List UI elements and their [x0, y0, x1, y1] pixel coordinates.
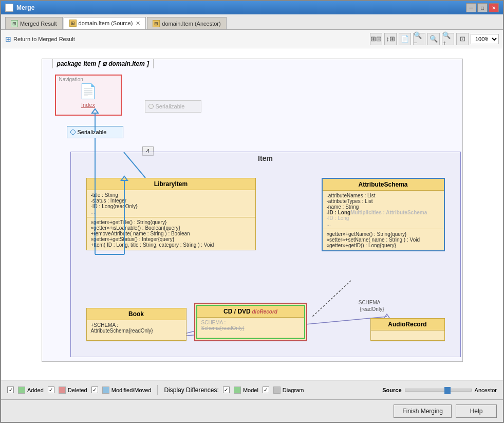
- cd-dvd-label: CD / DVD: [223, 308, 251, 315]
- package-keyword: package: [57, 60, 82, 67]
- model-legend: Model: [234, 387, 258, 394]
- attr-schema-methods: «getter»+getName() : String{query} «sett…: [323, 229, 444, 250]
- serializable-ghost-box: Serializable: [145, 100, 201, 113]
- footer-bar: Finish Merging Help: [1, 399, 503, 422]
- book-title: Book: [87, 308, 186, 320]
- audio-record-title: AudioRecord: [371, 319, 444, 330]
- book-schema: +SCHEMA : AttributeSchema{readOnly}: [91, 322, 182, 334]
- diagram-legend: Diagram: [273, 387, 304, 394]
- toolbar: ⊞ Return to Merged Result ⊞⊟ ↕⊞ 📄 🔍− 🔍 🔍…: [1, 30, 503, 48]
- attr-name: -name : String: [327, 204, 440, 210]
- return-label: Return to Merged Result: [13, 36, 75, 42]
- svg-line-8: [312, 281, 351, 317]
- source-ancestor-slider[interactable]: [405, 389, 472, 392]
- diagram-label: Diagram: [283, 387, 304, 393]
- return-to-merged-button[interactable]: ⊞ Return to Merged Result: [5, 35, 75, 43]
- toolbar-icon-2[interactable]: ↕⊞: [384, 33, 397, 45]
- added-color: [18, 387, 25, 394]
- attr-id: -ID : Long{readOnly}: [91, 204, 251, 209]
- legend-bar: ✓ Added ✓ Deleted ✓ Modified/Moved Displ…: [1, 380, 503, 399]
- readonly-label: {readOnly}: [360, 306, 384, 312]
- cd-inner-label: dioRecord: [251, 309, 277, 315]
- minimize-button[interactable]: ─: [466, 3, 476, 12]
- title-bar: ⊞ Merge ─ □ ✕: [1, 1, 503, 14]
- title-bar-controls: ─ □ ✕: [466, 3, 499, 12]
- tabs-bar: ⊞ Merged Result ⊞ domain.Item (Source) ✕…: [1, 14, 503, 30]
- attr-id2: -ID : Long: [327, 215, 440, 221]
- deleted-label: Deleted: [68, 387, 87, 393]
- zoom-select[interactable]: 100% 75% 50% 125% 150%: [471, 34, 499, 44]
- package-close: ]: [147, 60, 149, 67]
- item-container: Item: [70, 152, 461, 357]
- deleted-checkbox[interactable]: ✓: [48, 387, 54, 393]
- library-item-methods: «getter»+getTitle() : String{query} «get…: [87, 217, 255, 250]
- attr-schema-box: AttributeSchema -attributeNames : List -…: [322, 178, 445, 251]
- toolbar-right: ⊞⊟ ↕⊞ 📄 🔍− 🔍 🔍+ ⊡ 100% 75% 50% 125% 150%: [370, 33, 499, 45]
- zoom-reset-button[interactable]: 🔍: [427, 33, 440, 45]
- serializable-ghost-icon: [148, 104, 154, 109]
- package-icon: ⊞: [102, 61, 106, 67]
- diagram-area: package Item [ ⊞ domain.Item ] Navigatio…: [42, 59, 463, 362]
- help-button[interactable]: Help: [456, 404, 497, 418]
- tab-source-close[interactable]: ✕: [136, 20, 140, 27]
- tab-source-label: domain.Item (Source): [79, 20, 133, 26]
- item-title: Item: [71, 152, 460, 164]
- schema-label: -SCHEMA: [357, 300, 380, 305]
- close-button[interactable]: ✕: [489, 3, 499, 12]
- attr-title: -title : String: [91, 192, 251, 198]
- zoom-fit-button[interactable]: ⊡: [456, 33, 469, 45]
- method-removeAttr: +removeAttribute( name : String ) : Bool…: [91, 231, 251, 236]
- finish-merging-button[interactable]: Finish Merging: [394, 404, 452, 418]
- cd-attrs: SCHEMA : Schema{readOnly}: [197, 318, 304, 338]
- audio-record-box: AudioRecord: [370, 318, 445, 341]
- zoom-in-button[interactable]: 🔍+: [442, 33, 454, 45]
- serializable-ghost-label: Serializable: [156, 103, 185, 109]
- cd-inner: CD / DVD dioRecord SCHEMA : Schema{readO…: [196, 305, 305, 339]
- nav-label: Navigation: [59, 77, 83, 82]
- attr-ellipsis: ...: [91, 209, 251, 215]
- diagram-checkbox[interactable]: ✓: [263, 387, 269, 393]
- modified-checkbox[interactable]: ✓: [91, 387, 98, 393]
- serializable-label: Serializable: [78, 129, 107, 135]
- attr-status: -status : Integer: [91, 198, 251, 204]
- tab-merged-icon: ⊞: [11, 20, 18, 27]
- title-bar-left: ⊞ Merge: [5, 4, 34, 12]
- library-item-box: LibraryItem -title : String -status : In…: [86, 178, 256, 250]
- zoom-out-button[interactable]: 🔍−: [413, 33, 425, 45]
- tab-source[interactable]: ⊞ domain.Item (Source) ✕: [64, 17, 146, 29]
- method-getID: «getter»+getID() : Long{query}: [327, 243, 440, 248]
- added-checkbox[interactable]: ✓: [7, 387, 14, 393]
- maximize-button[interactable]: □: [477, 3, 488, 12]
- method-getName: «getter»+getName() : String{query}: [327, 231, 440, 237]
- nav-document-icon: 📄: [79, 83, 97, 100]
- nav-index-label: Index: [81, 102, 95, 108]
- deleted-color: [59, 387, 66, 394]
- cd-title: CD / DVD dioRecord: [197, 306, 304, 318]
- window-icon: ⊞: [5, 4, 13, 12]
- serializable-main-box: Serializable: [67, 126, 123, 138]
- method-getTitle: «getter»+getTitle() : String{query}: [91, 219, 251, 225]
- modified-legend: Modified/Moved: [102, 387, 152, 394]
- attr-schema-attrs: -attributeNames : List -attributeTypes :…: [323, 191, 444, 229]
- library-item-attrs: -title : String -status : Integer -ID : …: [87, 190, 255, 217]
- diagram-color: [273, 387, 281, 394]
- method-getStatus: «getter»+getStatus() : Integer{query}: [91, 236, 251, 242]
- modified-label: Modified/Moved: [111, 387, 152, 393]
- cd-dvd-box: CD / DVD dioRecord SCHEMA : Schema{readO…: [194, 303, 307, 341]
- modified-color: [102, 387, 109, 394]
- model-label: Model: [243, 387, 258, 393]
- cd-schema2: Schema{readOnly}: [201, 325, 300, 331]
- tab-merged-label: Merged Result: [20, 21, 57, 27]
- toolbar-icon-1[interactable]: ⊞⊟: [370, 33, 382, 45]
- tab-ancestor[interactable]: ⊞ domain.Item (Ancestor): [147, 17, 226, 29]
- tab-merged[interactable]: ⊞ Merged Result: [5, 17, 63, 29]
- source-label: Source: [382, 387, 401, 393]
- separator-1: [157, 385, 158, 395]
- model-checkbox[interactable]: ✓: [223, 387, 230, 393]
- toolbar-icon-3[interactable]: 📄: [399, 33, 411, 45]
- attr-ellipsis2: ...: [327, 221, 440, 227]
- tab-source-icon: ⊞: [69, 20, 77, 27]
- tab-ancestor-icon: ⊞: [153, 20, 160, 27]
- attr-id-long: -ID : LongMultiplicities : AttributeSche…: [327, 210, 440, 215]
- slider-thumb[interactable]: [444, 387, 451, 394]
